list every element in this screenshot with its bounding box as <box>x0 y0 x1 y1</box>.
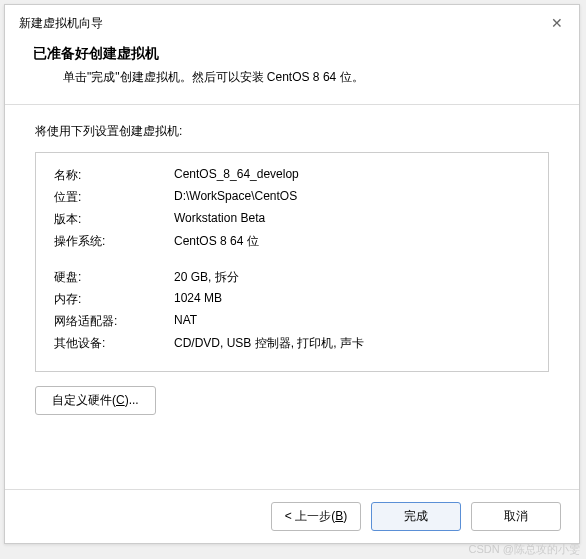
settings-val: D:\WorkSpace\CentOS <box>174 189 297 206</box>
settings-row: 硬盘: 20 GB, 拆分 <box>54 269 530 286</box>
settings-row: 网络适配器: NAT <box>54 313 530 330</box>
cancel-button[interactable]: 取消 <box>471 502 561 531</box>
settings-key: 位置: <box>54 189 174 206</box>
settings-val: CentOS 8 64 位 <box>174 233 259 250</box>
settings-row: 操作系统: CentOS 8 64 位 <box>54 233 530 250</box>
customize-row: 自定义硬件(C)... <box>35 386 549 415</box>
settings-key: 内存: <box>54 291 174 308</box>
settings-val: 20 GB, 拆分 <box>174 269 239 286</box>
header-title: 已准备好创建虚拟机 <box>33 45 551 63</box>
customize-hardware-button[interactable]: 自定义硬件(C)... <box>35 386 156 415</box>
settings-val: 1024 MB <box>174 291 222 308</box>
content-area: 将使用下列设置创建虚拟机: 名称: CentOS_8_64_develop 位置… <box>5 105 579 425</box>
back-button[interactable]: < 上一步(B) <box>271 502 361 531</box>
close-icon[interactable]: ✕ <box>545 13 569 33</box>
settings-val: CentOS_8_64_develop <box>174 167 299 184</box>
settings-box: 名称: CentOS_8_64_develop 位置: D:\WorkSpace… <box>35 152 549 372</box>
finish-button[interactable]: 完成 <box>371 502 461 531</box>
settings-val: CD/DVD, USB 控制器, 打印机, 声卡 <box>174 335 364 352</box>
settings-row: 位置: D:\WorkSpace\CentOS <box>54 189 530 206</box>
settings-label: 将使用下列设置创建虚拟机: <box>35 123 549 140</box>
header: 已准备好创建虚拟机 单击"完成"创建虚拟机。然后可以安装 CentOS 8 64… <box>5 39 579 104</box>
settings-key: 操作系统: <box>54 233 174 250</box>
settings-row: 其他设备: CD/DVD, USB 控制器, 打印机, 声卡 <box>54 335 530 352</box>
settings-key: 版本: <box>54 211 174 228</box>
settings-row: 名称: CentOS_8_64_develop <box>54 167 530 184</box>
settings-row: 版本: Workstation Beta <box>54 211 530 228</box>
settings-val: NAT <box>174 313 197 330</box>
footer: < 上一步(B) 完成 取消 <box>5 489 579 543</box>
wizard-dialog: 新建虚拟机向导 ✕ 已准备好创建虚拟机 单击"完成"创建虚拟机。然后可以安装 C… <box>4 4 580 544</box>
settings-key: 硬盘: <box>54 269 174 286</box>
header-subtitle: 单击"完成"创建虚拟机。然后可以安装 CentOS 8 64 位。 <box>33 69 551 86</box>
settings-row: 内存: 1024 MB <box>54 291 530 308</box>
settings-val: Workstation Beta <box>174 211 265 228</box>
titlebar: 新建虚拟机向导 ✕ <box>5 5 579 39</box>
settings-key: 网络适配器: <box>54 313 174 330</box>
window-title: 新建虚拟机向导 <box>19 15 103 32</box>
watermark: CSDN @陈总攻的小雯 <box>469 542 580 557</box>
settings-key: 其他设备: <box>54 335 174 352</box>
settings-key: 名称: <box>54 167 174 184</box>
